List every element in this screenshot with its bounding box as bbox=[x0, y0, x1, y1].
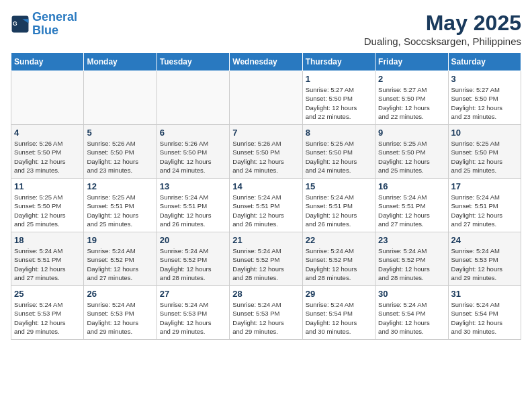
calendar-cell: 6Sunrise: 5:26 AM Sunset: 5:50 PM Daylig… bbox=[157, 125, 229, 179]
day-number: 8 bbox=[306, 128, 372, 138]
day-info: Sunrise: 5:24 AM Sunset: 5:52 PM Dayligh… bbox=[160, 246, 226, 282]
day-info: Sunrise: 5:24 AM Sunset: 5:53 PM Dayligh… bbox=[451, 246, 518, 282]
calendar-cell bbox=[157, 71, 229, 125]
calendar-cell: 5Sunrise: 5:26 AM Sunset: 5:50 PM Daylig… bbox=[84, 125, 157, 179]
day-info: Sunrise: 5:27 AM Sunset: 5:50 PM Dayligh… bbox=[306, 85, 372, 121]
calendar-cell: 15Sunrise: 5:24 AM Sunset: 5:51 PM Dayli… bbox=[302, 179, 375, 232]
day-info: Sunrise: 5:25 AM Sunset: 5:50 PM Dayligh… bbox=[378, 139, 445, 175]
day-info: Sunrise: 5:24 AM Sunset: 5:52 PM Dayligh… bbox=[306, 246, 372, 282]
day-info: Sunrise: 5:25 AM Sunset: 5:51 PM Dayligh… bbox=[87, 193, 153, 228]
calendar-cell: 25Sunrise: 5:24 AM Sunset: 5:53 PM Dayli… bbox=[11, 286, 84, 340]
day-number: 20 bbox=[160, 235, 226, 245]
logo-icon: G bbox=[11, 15, 30, 34]
day-number: 6 bbox=[160, 128, 226, 138]
day-info: Sunrise: 5:24 AM Sunset: 5:54 PM Dayligh… bbox=[306, 300, 372, 336]
day-number: 4 bbox=[14, 128, 81, 138]
day-info: Sunrise: 5:25 AM Sunset: 5:50 PM Dayligh… bbox=[14, 193, 81, 228]
day-number: 3 bbox=[451, 74, 518, 84]
header-thursday: Thursday bbox=[302, 53, 375, 71]
day-number: 25 bbox=[14, 289, 81, 299]
calendar-cell: 2Sunrise: 5:27 AM Sunset: 5:50 PM Daylig… bbox=[375, 71, 448, 125]
calendar-cell: 16Sunrise: 5:24 AM Sunset: 5:51 PM Dayli… bbox=[375, 179, 448, 232]
day-info: Sunrise: 5:24 AM Sunset: 5:51 PM Dayligh… bbox=[160, 193, 226, 228]
calendar-cell: 1Sunrise: 5:27 AM Sunset: 5:50 PM Daylig… bbox=[302, 71, 375, 125]
day-number: 26 bbox=[87, 289, 153, 299]
day-number: 22 bbox=[306, 235, 372, 245]
day-info: Sunrise: 5:27 AM Sunset: 5:50 PM Dayligh… bbox=[378, 85, 445, 121]
calendar-cell: 28Sunrise: 5:24 AM Sunset: 5:53 PM Dayli… bbox=[230, 286, 302, 340]
calendar-cell: 20Sunrise: 5:24 AM Sunset: 5:52 PM Dayli… bbox=[157, 232, 229, 286]
day-number: 30 bbox=[378, 289, 445, 299]
day-info: Sunrise: 5:24 AM Sunset: 5:52 PM Dayligh… bbox=[378, 246, 445, 282]
day-number: 12 bbox=[87, 181, 153, 191]
page-subtitle: Dualing, Soccsksargen, Philippines bbox=[364, 36, 521, 47]
day-info: Sunrise: 5:26 AM Sunset: 5:50 PM Dayligh… bbox=[14, 139, 81, 175]
day-number: 16 bbox=[378, 181, 445, 191]
day-number: 2 bbox=[378, 74, 445, 84]
day-info: Sunrise: 5:25 AM Sunset: 5:50 PM Dayligh… bbox=[451, 139, 518, 175]
day-info: Sunrise: 5:27 AM Sunset: 5:50 PM Dayligh… bbox=[451, 85, 518, 121]
calendar-cell: 19Sunrise: 5:24 AM Sunset: 5:52 PM Dayli… bbox=[84, 232, 157, 286]
calendar-cell bbox=[84, 71, 157, 125]
day-info: Sunrise: 5:26 AM Sunset: 5:50 PM Dayligh… bbox=[160, 139, 226, 175]
day-number: 9 bbox=[378, 128, 445, 138]
calendar-cell: 3Sunrise: 5:27 AM Sunset: 5:50 PM Daylig… bbox=[448, 71, 521, 125]
week-row-4: 18Sunrise: 5:24 AM Sunset: 5:51 PM Dayli… bbox=[11, 232, 521, 286]
day-number: 15 bbox=[306, 181, 372, 191]
day-number: 19 bbox=[87, 235, 153, 245]
calendar-cell: 11Sunrise: 5:25 AM Sunset: 5:50 PM Dayli… bbox=[11, 179, 84, 232]
day-info: Sunrise: 5:26 AM Sunset: 5:50 PM Dayligh… bbox=[232, 139, 299, 175]
day-info: Sunrise: 5:24 AM Sunset: 5:51 PM Dayligh… bbox=[378, 193, 445, 228]
calendar-cell: 18Sunrise: 5:24 AM Sunset: 5:51 PM Dayli… bbox=[11, 232, 84, 286]
calendar-table: SundayMondayTuesdayWednesdayThursdayFrid… bbox=[11, 52, 521, 340]
title-block: May 2025 Dualing, Soccsksargen, Philippi… bbox=[364, 11, 521, 47]
calendar-cell: 22Sunrise: 5:24 AM Sunset: 5:52 PM Dayli… bbox=[302, 232, 375, 286]
day-info: Sunrise: 5:24 AM Sunset: 5:53 PM Dayligh… bbox=[87, 300, 153, 336]
day-info: Sunrise: 5:24 AM Sunset: 5:53 PM Dayligh… bbox=[232, 300, 299, 336]
calendar-cell: 23Sunrise: 5:24 AM Sunset: 5:52 PM Dayli… bbox=[375, 232, 448, 286]
calendar-cell: 4Sunrise: 5:26 AM Sunset: 5:50 PM Daylig… bbox=[11, 125, 84, 179]
calendar-cell: 14Sunrise: 5:24 AM Sunset: 5:51 PM Dayli… bbox=[230, 179, 302, 232]
svg-text:G: G bbox=[13, 19, 17, 26]
day-info: Sunrise: 5:25 AM Sunset: 5:50 PM Dayligh… bbox=[306, 139, 372, 175]
day-info: Sunrise: 5:24 AM Sunset: 5:53 PM Dayligh… bbox=[14, 300, 81, 336]
day-info: Sunrise: 5:24 AM Sunset: 5:51 PM Dayligh… bbox=[14, 246, 81, 282]
calendar-cell: 31Sunrise: 5:24 AM Sunset: 5:54 PM Dayli… bbox=[448, 286, 521, 340]
calendar-cell: 13Sunrise: 5:24 AM Sunset: 5:51 PM Dayli… bbox=[157, 179, 229, 232]
day-info: Sunrise: 5:24 AM Sunset: 5:54 PM Dayligh… bbox=[378, 300, 445, 336]
calendar-cell: 27Sunrise: 5:24 AM Sunset: 5:53 PM Dayli… bbox=[157, 286, 229, 340]
day-info: Sunrise: 5:24 AM Sunset: 5:52 PM Dayligh… bbox=[232, 246, 299, 282]
day-number: 24 bbox=[451, 235, 518, 245]
calendar-cell: 7Sunrise: 5:26 AM Sunset: 5:50 PM Daylig… bbox=[230, 125, 302, 179]
week-row-2: 4Sunrise: 5:26 AM Sunset: 5:50 PM Daylig… bbox=[11, 125, 521, 179]
header-friday: Friday bbox=[375, 53, 448, 71]
calendar-cell: 12Sunrise: 5:25 AM Sunset: 5:51 PM Dayli… bbox=[84, 179, 157, 232]
calendar-cell: 17Sunrise: 5:24 AM Sunset: 5:51 PM Dayli… bbox=[448, 179, 521, 232]
day-number: 21 bbox=[232, 235, 299, 245]
calendar-cell bbox=[230, 71, 302, 125]
header-saturday: Saturday bbox=[448, 53, 521, 71]
logo: G General Blue bbox=[11, 11, 77, 38]
day-number: 27 bbox=[160, 289, 226, 299]
calendar-cell: 24Sunrise: 5:24 AM Sunset: 5:53 PM Dayli… bbox=[448, 232, 521, 286]
day-number: 23 bbox=[378, 235, 445, 245]
calendar-cell: 8Sunrise: 5:25 AM Sunset: 5:50 PM Daylig… bbox=[302, 125, 375, 179]
calendar-cell: 29Sunrise: 5:24 AM Sunset: 5:54 PM Dayli… bbox=[302, 286, 375, 340]
calendar-cell: 30Sunrise: 5:24 AM Sunset: 5:54 PM Dayli… bbox=[375, 286, 448, 340]
day-info: Sunrise: 5:24 AM Sunset: 5:54 PM Dayligh… bbox=[451, 300, 518, 336]
day-info: Sunrise: 5:24 AM Sunset: 5:51 PM Dayligh… bbox=[232, 193, 299, 228]
calendar-cell: 9Sunrise: 5:25 AM Sunset: 5:50 PM Daylig… bbox=[375, 125, 448, 179]
day-info: Sunrise: 5:24 AM Sunset: 5:52 PM Dayligh… bbox=[87, 246, 153, 282]
calendar-cell bbox=[11, 71, 84, 125]
week-row-3: 11Sunrise: 5:25 AM Sunset: 5:50 PM Dayli… bbox=[11, 179, 521, 232]
week-row-1: 1Sunrise: 5:27 AM Sunset: 5:50 PM Daylig… bbox=[11, 71, 521, 125]
day-number: 14 bbox=[232, 181, 299, 191]
day-number: 7 bbox=[232, 128, 299, 138]
day-number: 11 bbox=[14, 181, 81, 191]
header-sunday: Sunday bbox=[11, 53, 84, 71]
day-number: 18 bbox=[14, 235, 81, 245]
page-title: May 2025 bbox=[364, 11, 521, 36]
day-number: 13 bbox=[160, 181, 226, 191]
day-info: Sunrise: 5:24 AM Sunset: 5:51 PM Dayligh… bbox=[451, 193, 518, 228]
header-tuesday: Tuesday bbox=[157, 53, 229, 71]
